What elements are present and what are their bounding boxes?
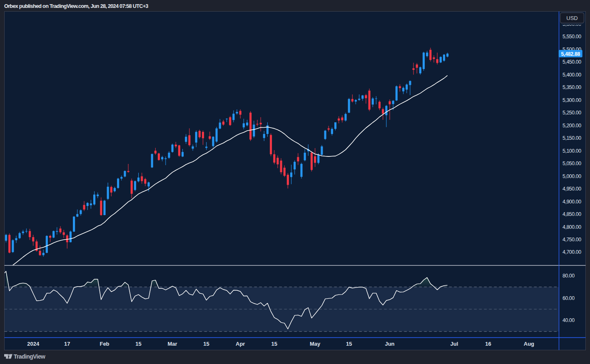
svg-text:4,950.00: 4,950.00 <box>563 186 581 192</box>
svg-text:5,482.88: 5,482.88 <box>561 51 580 57</box>
svg-text:16: 16 <box>485 341 491 347</box>
svg-text:15: 15 <box>346 341 352 347</box>
svg-text:5,350.00: 5,350.00 <box>563 84 581 90</box>
svg-text:USD: USD <box>566 15 578 21</box>
svg-text:4,900.00: 4,900.00 <box>563 199 581 205</box>
svg-text:15: 15 <box>203 341 209 347</box>
svg-text:40.00: 40.00 <box>563 317 575 323</box>
svg-text:TradingView: TradingView <box>14 353 45 360</box>
svg-text:4,800.00: 4,800.00 <box>563 224 581 230</box>
svg-text:Mar: Mar <box>168 341 177 347</box>
svg-text:5,400.00: 5,400.00 <box>563 72 581 78</box>
svg-text:80.00: 80.00 <box>563 273 575 279</box>
svg-text:17: 17 <box>64 341 70 347</box>
svg-text:Jun: Jun <box>385 341 394 347</box>
svg-text:4,750.00: 4,750.00 <box>563 237 581 243</box>
svg-text:Aug: Aug <box>524 341 534 347</box>
svg-text:5,250.00: 5,250.00 <box>563 110 581 116</box>
svg-text:5,550.00: 5,550.00 <box>563 34 581 40</box>
svg-text:5,450.00: 5,450.00 <box>563 59 581 65</box>
svg-text:5,050.00: 5,050.00 <box>563 161 581 166</box>
svg-text:5,200.00: 5,200.00 <box>563 123 581 129</box>
svg-text:Jul: Jul <box>451 341 458 347</box>
svg-text:15: 15 <box>135 341 141 347</box>
svg-text:Feb: Feb <box>100 341 109 347</box>
svg-text:5,150.00: 5,150.00 <box>563 135 581 141</box>
svg-text:4,700.00: 4,700.00 <box>563 249 581 255</box>
svg-text:60.00: 60.00 <box>563 295 575 301</box>
svg-text:5,300.00: 5,300.00 <box>563 97 581 103</box>
svg-text:5,100.00: 5,100.00 <box>563 148 581 154</box>
svg-text:4,850.00: 4,850.00 <box>563 211 581 217</box>
svg-text:5,000.00: 5,000.00 <box>563 173 581 179</box>
svg-text:2024: 2024 <box>27 341 40 347</box>
svg-text:15: 15 <box>271 341 277 347</box>
svg-text:May: May <box>310 341 321 347</box>
svg-text:Orbex published on TradingView: Orbex published on TradingView.com, Jun … <box>4 3 148 9</box>
svg-text:Apr: Apr <box>236 341 245 347</box>
